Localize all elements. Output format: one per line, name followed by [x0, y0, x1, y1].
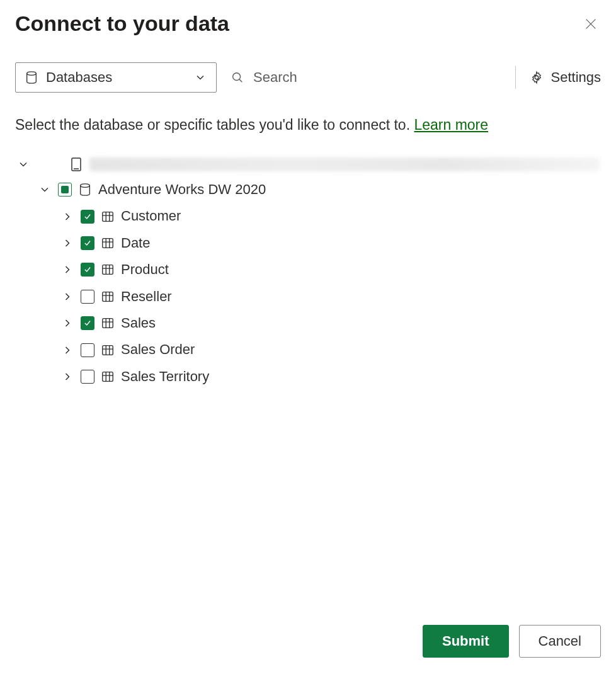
server-node[interactable]	[15, 152, 601, 176]
table-label: Customer	[121, 208, 181, 224]
server-icon	[69, 157, 83, 171]
dialog-header: Connect to your data	[15, 11, 601, 36]
svg-point-4	[81, 184, 90, 188]
close-icon	[584, 17, 598, 31]
table-node[interactable]: Product	[15, 256, 601, 283]
table-label: Sales Order	[121, 341, 195, 358]
table-icon	[101, 263, 115, 277]
database-checkbox[interactable]	[58, 183, 72, 197]
table-node[interactable]: Sales Territory	[15, 363, 601, 390]
svg-point-2	[535, 76, 539, 79]
table-icon	[101, 316, 115, 330]
table-checkbox[interactable]	[81, 210, 94, 224]
chevron-down-icon[interactable]	[38, 183, 52, 197]
search-icon	[231, 71, 244, 84]
table-icon	[101, 236, 115, 250]
database-icon	[78, 183, 92, 197]
table-checkbox[interactable]	[81, 343, 94, 357]
table-icon	[101, 343, 115, 357]
cancel-button[interactable]: Cancel	[519, 625, 601, 658]
search-input[interactable]	[252, 69, 504, 86]
svg-point-0	[27, 72, 37, 76]
toolbar: Databases	[15, 62, 601, 93]
svg-point-1	[233, 73, 241, 81]
instruction-base: Select the database or specific tables y…	[15, 117, 414, 133]
table-checkbox[interactable]	[81, 316, 94, 330]
gear-icon	[530, 71, 544, 84]
chevron-right-icon[interactable]	[60, 290, 74, 304]
svg-rect-10	[103, 345, 113, 355]
chevron-right-icon[interactable]	[60, 343, 74, 357]
database-icon	[25, 71, 38, 84]
table-node[interactable]: Customer	[15, 203, 601, 229]
settings-label: Settings	[551, 69, 602, 86]
settings-button[interactable]: Settings	[527, 69, 602, 86]
table-checkbox[interactable]	[81, 290, 94, 304]
learn-more-link[interactable]: Learn more	[414, 117, 488, 133]
table-icon	[101, 210, 115, 224]
dialog-title: Connect to your data	[15, 11, 229, 36]
chevron-right-icon[interactable]	[60, 370, 74, 384]
dropdown-label: Databases	[46, 69, 112, 86]
server-name-redacted	[89, 157, 600, 171]
table-node[interactable]: Reseller	[15, 283, 601, 310]
instruction-text: Select the database or specific tables y…	[15, 117, 601, 134]
table-node[interactable]: Sales	[15, 310, 601, 336]
database-node[interactable]: Adventure Works DW 2020	[15, 176, 601, 203]
table-icon	[101, 370, 115, 384]
table-label: Date	[121, 235, 150, 251]
database-label: Adventure Works DW 2020	[98, 181, 266, 198]
table-node[interactable]: Sales Order	[15, 336, 601, 363]
table-node[interactable]: Date	[15, 230, 601, 256]
data-tree: Adventure Works DW 2020 CustomerDateProd…	[15, 152, 601, 390]
toolbar-divider	[515, 66, 516, 89]
svg-rect-11	[103, 372, 113, 382]
chevron-right-icon[interactable]	[60, 316, 74, 330]
table-label: Product	[121, 261, 169, 278]
svg-rect-5	[103, 212, 113, 221]
search-field[interactable]	[228, 69, 504, 86]
chevron-down-icon[interactable]	[16, 157, 30, 171]
svg-rect-7	[103, 265, 113, 275]
svg-rect-6	[103, 239, 113, 248]
close-button[interactable]	[581, 14, 601, 34]
dialog-footer: Submit Cancel	[15, 625, 601, 659]
submit-button[interactable]: Submit	[423, 625, 509, 658]
table-label: Sales Territory	[121, 368, 209, 385]
chevron-down-icon	[193, 71, 207, 84]
connect-data-dialog: Connect to your data Databases	[0, 0, 616, 674]
chevron-right-icon[interactable]	[60, 236, 74, 250]
table-checkbox[interactable]	[81, 263, 94, 277]
table-checkbox[interactable]	[81, 236, 94, 250]
table-label: Reseller	[121, 288, 172, 305]
table-label: Sales	[121, 315, 156, 331]
chevron-right-icon[interactable]	[60, 210, 74, 224]
databases-dropdown[interactable]: Databases	[15, 62, 217, 93]
table-icon	[101, 290, 115, 304]
chevron-right-icon[interactable]	[60, 263, 74, 277]
svg-rect-9	[103, 319, 113, 328]
table-checkbox[interactable]	[81, 370, 94, 384]
svg-rect-8	[103, 292, 113, 301]
